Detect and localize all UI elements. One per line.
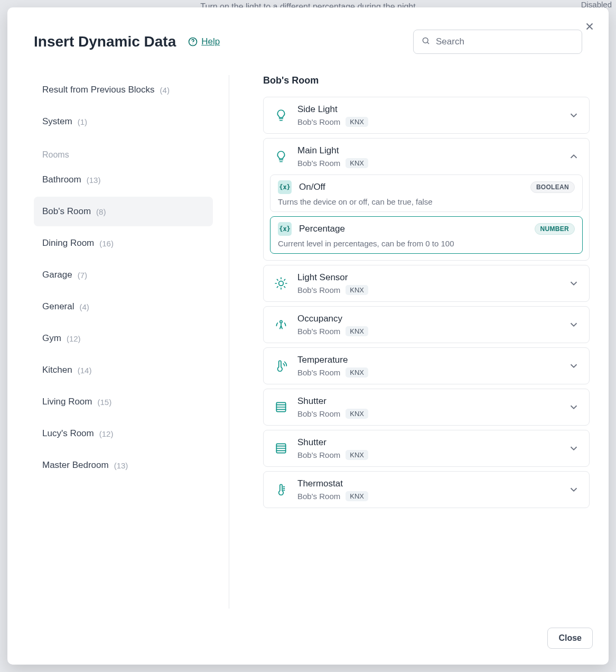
device-card-header[interactable]: Light Sensor Bob's Room KNX [264,265,589,301]
device-room: Bob's Room [297,409,340,418]
device-protocol-badge: KNX [346,367,368,378]
device-card: Shutter Bob's Room KNX [263,430,590,467]
device-room: Bob's Room [297,117,340,126]
close-icon[interactable] [582,19,597,34]
shutter-icon [273,399,289,415]
sidebar-item-count: (13) [87,176,101,185]
help-link[interactable]: Help [188,36,220,47]
device-card-header[interactable]: Shutter Bob's Room KNX [264,430,589,466]
chevron-up-icon [568,151,580,162]
device-param[interactable]: {x} Percentage NUMBER Current level in p… [270,216,583,254]
sidebar-item-count: (7) [78,271,87,280]
device-room: Bob's Room [297,368,340,377]
modal-footer: Close [7,619,609,665]
sidebar-item-result-from-previous-blocks[interactable]: Result from Previous Blocks (4) [34,75,213,105]
sidebar-item-label: Master Bedroom [42,460,109,471]
device-card: Occupancy Bob's Room KNX [263,306,590,343]
help-label: Help [201,36,220,47]
sidebar-item-count: (13) [114,461,128,470]
sidebar-item-label: Bob's Room [42,206,91,217]
svg-point-3 [279,281,284,286]
device-name: Side Light [297,104,559,116]
sidebar-item-bob-s-room[interactable]: Bob's Room (8) [34,197,213,226]
content-panel: Bob's Room Side Light Bob's Room KNX Mai… [229,75,609,609]
chevron-down-icon [568,319,580,330]
sidebar-item-kitchen[interactable]: Kitchen (14) [34,355,213,385]
device-name: Shutter [297,437,559,449]
shutter-icon [273,440,289,456]
device-card-texts: Shutter Bob's Room KNX [297,437,559,460]
device-protocol-badge: KNX [346,326,368,336]
sidebar-item-label: Bathroom [42,174,81,185]
modal-title: Insert Dynamic Data [34,33,176,50]
device-card-body: {x} On/Off BOOLEAN Turns the device on o… [264,174,589,260]
sidebar-item-master-bedroom[interactable]: Master Bedroom (13) [34,450,213,480]
sidebar-item-count: (4) [160,86,170,95]
sidebar-item-count: (12) [99,429,114,438]
param-name: On/Off [299,182,523,192]
sidebar-item-count: (4) [79,302,89,311]
sidebar-item-gym[interactable]: Gym (12) [34,324,213,353]
param-name: Percentage [299,224,527,234]
close-button[interactable]: Close [547,628,593,649]
param-description: Turns the device on or off, can be true,… [278,197,575,206]
thermo-icon [273,358,289,374]
device-room: Bob's Room [297,286,340,294]
svg-point-2 [423,38,428,43]
device-card-texts: Temperature Bob's Room KNX [297,354,559,378]
sidebar-section-label: Rooms [34,139,213,165]
device-list: Side Light Bob's Room KNX Main Light Bob… [263,97,600,508]
thermostat-icon [273,482,289,498]
device-card-texts: Occupancy Bob's Room KNX [297,313,559,336]
insert-dynamic-data-modal: Insert Dynamic Data Help Result from Pre… [7,7,609,665]
sidebar-item-label: Lucy's Room [42,428,94,439]
device-card: Side Light Bob's Room KNX [263,97,590,134]
device-card-header[interactable]: Thermostat Bob's Room KNX [264,472,589,508]
bulb-icon [273,149,289,164]
sidebar-item-system[interactable]: System (1) [34,107,213,136]
device-room: Bob's Room [297,492,340,501]
search-input[interactable] [436,36,574,47]
sidebar-item-label: Result from Previous Blocks [42,85,155,95]
device-param[interactable]: {x} On/Off BOOLEAN Turns the device on o… [270,174,583,212]
sidebar: Result from Previous Blocks (4)System (1… [34,75,229,609]
param-type-badge: BOOLEAN [530,181,575,193]
device-name: Occupancy [297,313,559,325]
device-name: Shutter [297,395,559,408]
sidebar-item-label: Garage [42,270,72,280]
device-room: Bob's Room [297,327,340,336]
help-icon [188,36,198,47]
device-card-header[interactable]: Temperature Bob's Room KNX [264,348,589,384]
sidebar-item-general[interactable]: General (4) [34,292,213,321]
sidebar-item-garage[interactable]: Garage (7) [34,260,213,290]
sidebar-item-label: System [42,116,72,127]
device-card-header[interactable]: Side Light Bob's Room KNX [264,97,589,133]
search-field[interactable] [413,30,582,54]
sidebar-item-lucy-s-room[interactable]: Lucy's Room (12) [34,419,213,448]
chevron-down-icon [568,443,580,454]
search-icon [421,36,431,48]
device-card-header[interactable]: Occupancy Bob's Room KNX [264,307,589,343]
sidebar-item-label: Living Room [42,397,92,407]
device-card-header[interactable]: Main Light Bob's Room KNX [264,139,589,174]
sidebar-item-label: Gym [42,333,61,344]
chevron-down-icon [568,109,580,121]
sidebar-item-count: (15) [98,398,112,407]
sidebar-item-bathroom[interactable]: Bathroom (13) [34,165,213,195]
device-card-header[interactable]: Shutter Bob's Room KNX [264,389,589,425]
device-name: Light Sensor [297,272,559,284]
device-protocol-badge: KNX [346,450,368,460]
device-card: Main Light Bob's Room KNX {x} On/Off BOO… [263,138,590,261]
param-type-badge: NUMBER [535,223,575,235]
device-protocol-badge: KNX [346,409,368,419]
device-name: Thermostat [297,478,559,490]
device-room: Bob's Room [297,450,340,459]
device-protocol-badge: KNX [346,158,368,168]
sidebar-item-dining-room[interactable]: Dining Room (16) [34,228,213,258]
sidebar-item-living-room[interactable]: Living Room (15) [34,387,213,417]
sidebar-item-count: (8) [96,207,106,216]
device-protocol-badge: KNX [346,117,368,127]
device-protocol-badge: KNX [346,285,368,295]
motion-icon [273,317,289,333]
sidebar-item-count: (16) [99,239,114,248]
